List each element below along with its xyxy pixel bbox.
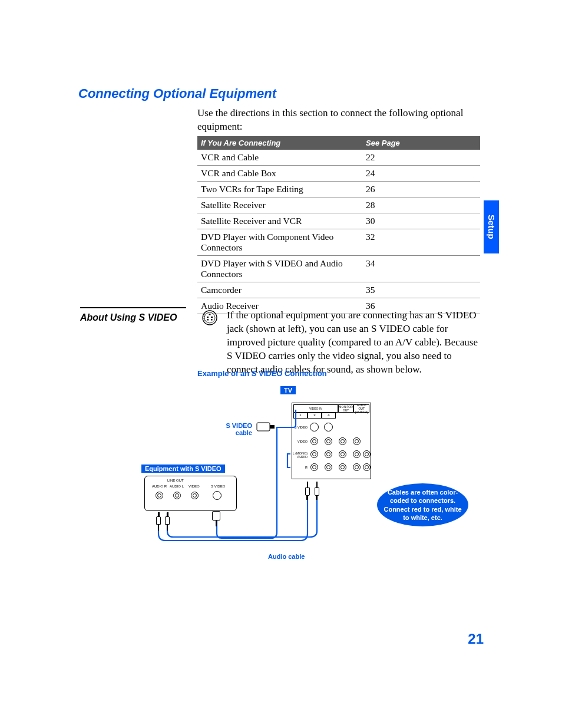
audio-plug-tv-l bbox=[305, 483, 310, 500]
tv-label: TV bbox=[280, 386, 296, 394]
example-caption: Example of an S VIDEO Connection bbox=[197, 369, 327, 378]
color-code-callout: Cables are often color-coded to connecto… bbox=[377, 483, 468, 526]
col-1: 1 bbox=[293, 413, 308, 419]
about-heading: About Using S VIDEO bbox=[80, 307, 186, 324]
tv-rear-panel: VIDEO IN MONITOR OUT AUDIO OUT (VAR/FIX)… bbox=[292, 403, 371, 479]
svg-rect-4 bbox=[207, 319, 209, 321]
col-4: 4 bbox=[322, 413, 336, 419]
table-cell-item: Two VCRs for Tape Editing bbox=[197, 182, 362, 197]
table-cell-page: 22 bbox=[362, 150, 480, 166]
svideo-label: S VIDEO bbox=[211, 485, 225, 488]
audior-label: AUDIO R bbox=[152, 485, 167, 488]
svg-rect-6 bbox=[209, 314, 211, 315]
svg-rect-11 bbox=[257, 423, 270, 431]
video-label: VIDEO bbox=[189, 485, 200, 488]
table-cell-page: 26 bbox=[362, 182, 480, 197]
table-cell-page: 35 bbox=[362, 282, 480, 298]
table-row: Satellite Receiver and VCR30 bbox=[197, 213, 480, 229]
table-row: DVD Player with Component Video Connecto… bbox=[197, 229, 480, 256]
videoin-label: VIDEO IN bbox=[293, 404, 338, 413]
table-row: Two VCRs for Tape Editing26 bbox=[197, 182, 480, 197]
svg-rect-12 bbox=[270, 425, 275, 429]
table-row: VCR and Cable22 bbox=[197, 150, 480, 166]
svg-rect-3 bbox=[211, 317, 213, 318]
equipment-label: Equipment with S VIDEO bbox=[141, 465, 225, 473]
audio-plug-tv-r bbox=[315, 483, 319, 500]
page-number: 21 bbox=[468, 631, 484, 647]
table-cell-page: 34 bbox=[362, 256, 480, 282]
intro-paragraph: Use the directions in this section to co… bbox=[197, 107, 474, 134]
table-cell-item: VCR and Cable bbox=[197, 150, 362, 166]
svg-rect-5 bbox=[211, 319, 213, 321]
monitorout-label: MONITOR OUT bbox=[338, 404, 354, 413]
table-cell-item: VCR and Cable Box bbox=[197, 166, 362, 182]
audio-plug-r bbox=[156, 512, 161, 529]
table-header-item: If You Are Connecting bbox=[197, 136, 362, 150]
svideo-cable-label: S VIDEO cable bbox=[220, 423, 252, 436]
audioout-label: AUDIO OUT (VAR/FIX) bbox=[353, 404, 369, 413]
svideo-row-label: S VIDEO bbox=[291, 426, 308, 429]
equipment-panel: LINE OUT AUDIO R AUDIO L VIDEO S VIDEO bbox=[144, 476, 237, 511]
table-cell-page: 30 bbox=[362, 213, 480, 229]
table-header-row: If You Are Connecting See Page bbox=[197, 136, 480, 150]
svg-point-0 bbox=[203, 311, 217, 325]
table-cell-item: DVD Player with Component Video Connecto… bbox=[197, 229, 362, 256]
r-row-label: R bbox=[300, 466, 308, 469]
table-row: VCR and Cable Box24 bbox=[197, 166, 480, 182]
audiol-label: AUDIO L bbox=[170, 485, 184, 488]
col-3: 3 bbox=[308, 413, 322, 419]
audio-plug-l bbox=[165, 512, 170, 529]
svg-rect-2 bbox=[207, 317, 209, 318]
lineout-label: LINE OUT bbox=[167, 479, 184, 482]
connection-table: If You Are Connecting See Page VCR and C… bbox=[197, 136, 480, 314]
table-cell-page: 24 bbox=[362, 166, 480, 182]
table-cell-page: 28 bbox=[362, 197, 480, 213]
video-row-label: VIDEO bbox=[293, 440, 308, 443]
page-title: Connecting Optional Equipment bbox=[78, 86, 276, 101]
svg-line-10 bbox=[204, 320, 205, 321]
table-cell-item: Satellite Receiver bbox=[197, 197, 362, 213]
table-row: DVD Player with S VIDEO and Audio Connec… bbox=[197, 256, 480, 282]
table-cell-page: 32 bbox=[362, 229, 480, 256]
table-cell-item: Satellite Receiver and VCR bbox=[197, 213, 362, 229]
connection-diagram: TV S VIDEO cable Equipment with S VIDEO … bbox=[141, 386, 483, 569]
about-paragraph: If the optional equipment you are connec… bbox=[227, 309, 481, 377]
table-header-page: See Page bbox=[362, 136, 480, 150]
lmono-row-label: L (MONO) AUDIO bbox=[291, 452, 308, 459]
table-row: Satellite Receiver28 bbox=[197, 197, 480, 213]
section-tab: Setup bbox=[484, 200, 499, 253]
table-cell-item: Camcorder bbox=[197, 282, 362, 298]
audio-cable-label: Audio cable bbox=[268, 553, 305, 560]
table-row: Camcorder35 bbox=[197, 282, 480, 298]
table-cell-item: DVD Player with S VIDEO and Audio Connec… bbox=[197, 256, 362, 282]
svideo-jack-icon bbox=[202, 310, 217, 325]
svideo-plug bbox=[212, 511, 220, 528]
